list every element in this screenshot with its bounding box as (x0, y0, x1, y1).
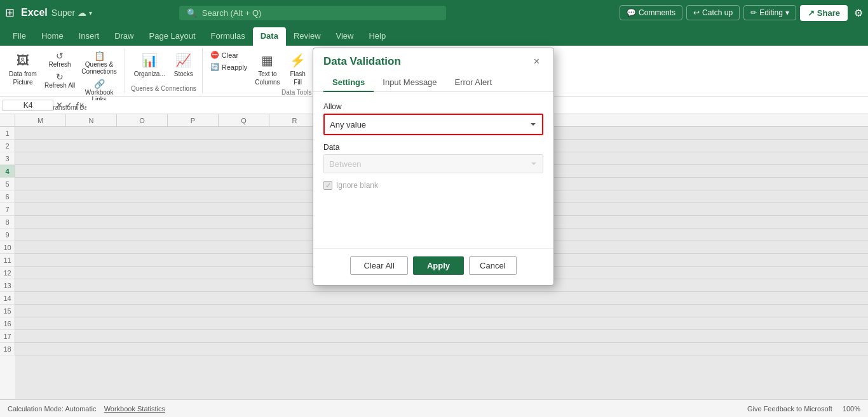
dialog-tab-input-message[interactable]: Input Message (374, 74, 445, 92)
organiza-button[interactable]: 📊 Organiza... (130, 50, 169, 81)
comments-button[interactable]: 💬 Comments (620, 5, 682, 20)
cancel-formula-icon[interactable]: ✕ (56, 100, 63, 110)
editing-button[interactable]: ✏ Editing ▾ (743, 5, 796, 20)
clear-filter-icon: ⛔ (210, 51, 219, 59)
dialog-title-bar: Data Validation × (313, 48, 553, 74)
formula-icons: ✕ ✓ ƒx (56, 100, 84, 110)
ribbon-group-queries-inner: 📊 Organiza... 📈 Stocks (130, 50, 197, 85)
dialog-tab-settings[interactable]: Settings (323, 74, 374, 92)
row-num-7[interactable]: 7 (0, 203, 15, 216)
row-num-13[interactable]: 13 (0, 279, 15, 292)
ribbon-tabs: File Home Insert Draw Page Layout Formul… (0, 25, 868, 46)
row-num-14[interactable]: 14 (0, 292, 15, 305)
row-num-1[interactable]: 1 (0, 127, 15, 140)
apply-button[interactable]: Apply (413, 256, 464, 275)
clear-reapply-group: ⛔ Clear 🔄 Reapply (208, 50, 250, 72)
table-row (15, 330, 868, 343)
pencil-icon: ✏ (750, 8, 757, 17)
cloud-save-icon: ☁ (78, 8, 86, 18)
catchup-icon: ↩ (693, 8, 700, 17)
ignore-blank-checkbox: ✓ (323, 181, 332, 190)
name-box[interactable] (3, 100, 53, 111)
col-header-n[interactable]: N (66, 114, 117, 126)
row-num-18[interactable]: 18 (0, 343, 15, 355)
row-num-8[interactable]: 8 (0, 216, 15, 228)
tab-home[interactable]: Home (34, 27, 71, 46)
cancel-button[interactable]: Cancel (469, 256, 516, 275)
calculation-mode: Calculation Mode: Automatic (8, 405, 96, 413)
ribbon-group-inner: 🖼 Data fromPicture ↺ Refresh ↻ Refresh A… (5, 50, 119, 104)
row-num-5[interactable]: 5 (0, 178, 15, 190)
catchup-button[interactable]: ↩ Catch up (686, 5, 740, 20)
dialog-close-button[interactable]: × (530, 55, 543, 69)
status-right: Give Feedback to Microsoft 100% (747, 405, 860, 413)
zoom-level: 100% (843, 405, 860, 413)
dialog-tabs: Settings Input Message Error Alert (313, 74, 553, 92)
row-num-15[interactable]: 15 (0, 305, 15, 317)
tab-file[interactable]: File (5, 27, 34, 46)
feedback-link[interactable]: Give Feedback to Microsoft (747, 405, 832, 413)
col-header-o[interactable]: O (117, 114, 168, 126)
dialog-tab-error-alert[interactable]: Error Alert (446, 74, 501, 92)
data-from-picture-button[interactable]: 🖼 Data fromPicture (5, 50, 41, 89)
row-num-9[interactable]: 9 (0, 228, 15, 241)
workbook-statistics[interactable]: Workbook Statistics (104, 405, 165, 413)
allow-dropdown[interactable]: Any value Whole number Decimal List Date… (325, 115, 542, 134)
links-icon: 🔗 (94, 79, 105, 89)
tab-review[interactable]: Review (286, 27, 329, 46)
status-bar: Calculation Mode: Automatic Workbook Sta… (0, 399, 868, 417)
sort-clear-button[interactable]: ⛔ Clear (208, 50, 250, 60)
file-name: Super (51, 8, 75, 18)
stocks-icon: 📈 (175, 52, 191, 69)
row-num-6[interactable]: 6 (0, 190, 15, 203)
insert-function-icon[interactable]: ƒx (75, 100, 84, 110)
row-num-2[interactable]: 2 (0, 140, 15, 152)
col-header-p[interactable]: P (168, 114, 219, 126)
row-num-12[interactable]: 12 (0, 267, 15, 279)
row-num-16[interactable]: 16 (0, 317, 15, 330)
flash-fill-button[interactable]: ⚡ FlashFill (285, 50, 311, 89)
row-num-11[interactable]: 11 (0, 254, 15, 267)
tab-view[interactable]: View (329, 27, 362, 46)
ribbon-group-queries: 📊 Organiza... 📈 Stocks Queries & Connect… (125, 48, 203, 93)
search-icon: 🔍 (187, 8, 197, 18)
ignore-blank-row: ✓ Ignore blank (323, 181, 543, 190)
refresh-all-icon: ↻ (56, 72, 64, 82)
col-header-q[interactable]: Q (219, 114, 269, 126)
text-columns-icon: ▦ (261, 52, 273, 69)
grid-icon[interactable]: ⊞ (5, 6, 15, 20)
tab-insert[interactable]: Insert (71, 27, 107, 46)
table-row (15, 317, 868, 330)
confirm-formula-icon[interactable]: ✓ (65, 100, 72, 110)
row-num-17[interactable]: 17 (0, 330, 15, 343)
search-placeholder: Search (Alt + Q) (202, 8, 262, 18)
queries-connections-button[interactable]: 📋 Queries &Connections (79, 50, 119, 76)
data-label: Data (323, 143, 543, 152)
tab-data[interactable]: Data (253, 27, 286, 46)
stocks-button[interactable]: 📈 Stocks (170, 50, 197, 81)
data-dropdown: Between (323, 154, 543, 173)
col-header-m[interactable]: M (15, 114, 66, 126)
settings-icon[interactable]: ⚙ (854, 7, 863, 19)
tab-help[interactable]: Help (361, 27, 393, 46)
organize-icon: 📊 (142, 52, 158, 69)
tab-draw[interactable]: Draw (107, 27, 141, 46)
flash-icon: ⚡ (290, 52, 306, 69)
search-bar[interactable]: 🔍 Search (Alt + Q) (179, 6, 446, 20)
clear-all-button[interactable]: Clear All (350, 256, 407, 275)
row-num-3[interactable]: 3 (0, 152, 15, 165)
share-button[interactable]: ↗ Share (800, 5, 848, 21)
tab-formulas[interactable]: Formulas (203, 27, 253, 46)
row-num-10[interactable]: 10 (0, 241, 15, 254)
refresh-all-button[interactable]: ↻ Refresh All (42, 70, 78, 90)
chevron-down-icon[interactable]: ▾ (89, 10, 92, 17)
tab-page-layout[interactable]: Page Layout (142, 27, 203, 46)
row-num-4[interactable]: 4 (0, 165, 15, 178)
ignore-blank-label: Ignore blank (336, 181, 378, 190)
text-to-columns-button[interactable]: ▦ Text toColumns (251, 50, 283, 89)
share-icon: ↗ (808, 8, 815, 18)
ribbon-group-get-transform: 🖼 Data fromPicture ↺ Refresh ↻ Refresh A… (0, 48, 125, 93)
refresh-button[interactable]: ↺ Refresh (42, 50, 78, 69)
reapply-button[interactable]: 🔄 Reapply (208, 62, 250, 72)
table-row (15, 343, 868, 355)
